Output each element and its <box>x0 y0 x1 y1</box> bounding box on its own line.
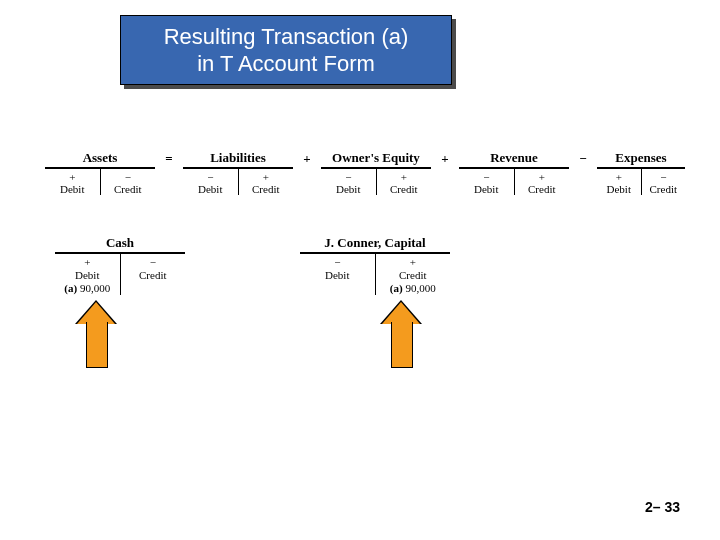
expenses-debit-label: Debit <box>597 183 641 195</box>
capital-minus: − <box>300 256 375 269</box>
liabilities-minus: − <box>183 171 238 183</box>
revenue-heading: Revenue <box>459 150 569 169</box>
plus-sign-2: + <box>438 151 452 167</box>
assets-t-account: Assets + Debit − Credit <box>45 150 155 195</box>
title-line-1: Resulting Transaction (a) <box>121 23 451 51</box>
capital-plus: + <box>376 256 451 269</box>
assets-debit-label: Debit <box>45 183 100 195</box>
slide-title: Resulting Transaction (a) in T Account F… <box>120 15 452 85</box>
assets-credit-label: Credit <box>101 183 156 195</box>
revenue-plus: + <box>515 171 570 183</box>
cash-account: Cash + Debit (a) 90,000 − Credit <box>55 235 185 295</box>
liabilities-t-account: Liabilities − Debit + Credit <box>183 150 293 195</box>
plus-sign-1: + <box>300 151 314 167</box>
arrow-up-icon <box>380 300 422 370</box>
cash-entry: (a) 90,000 <box>55 281 120 295</box>
capital-account: J. Conner, Capital − Debit + Credit (a) … <box>300 235 450 295</box>
capital-debit-label: Debit <box>300 269 375 282</box>
cash-credit-label: Credit <box>121 269 186 282</box>
oe-debit-label: Debit <box>321 183 376 195</box>
liabilities-plus: + <box>239 171 294 183</box>
expenses-t-account: Expenses + Debit − Credit <box>597 150 685 195</box>
arrow-up-icon <box>75 300 117 370</box>
capital-entry: (a) 90,000 <box>376 281 451 295</box>
owners-equity-t-account: Owner's Equity − Debit + Credit <box>321 150 431 195</box>
expenses-credit-label: Credit <box>642 183 686 195</box>
expenses-heading: Expenses <box>597 150 685 169</box>
capital-entry-value: 90,000 <box>405 282 435 294</box>
revenue-minus: − <box>459 171 514 183</box>
liabilities-credit-label: Credit <box>239 183 294 195</box>
expenses-minus: − <box>642 171 686 183</box>
revenue-debit-label: Debit <box>459 183 514 195</box>
cash-minus: − <box>121 256 186 269</box>
capital-credit-label: Credit <box>376 269 451 282</box>
oe-credit-label: Credit <box>377 183 432 195</box>
liabilities-debit-label: Debit <box>183 183 238 195</box>
cash-plus: + <box>55 256 120 269</box>
cash-debit-label: Debit <box>55 269 120 282</box>
cash-entry-label: (a) <box>64 282 77 294</box>
revenue-t-account: Revenue − Debit + Credit <box>459 150 569 195</box>
liabilities-heading: Liabilities <box>183 150 293 169</box>
cash-entry-value: 90,000 <box>80 282 110 294</box>
revenue-credit-label: Credit <box>515 183 570 195</box>
cash-heading: Cash <box>55 235 185 254</box>
page-number: 2– 33 <box>645 499 680 515</box>
oe-plus: + <box>377 171 432 183</box>
assets-plus: + <box>45 171 100 183</box>
owners-equity-heading: Owner's Equity <box>321 150 431 169</box>
assets-minus: − <box>101 171 156 183</box>
equals-sign: = <box>162 151 176 167</box>
oe-minus: − <box>321 171 376 183</box>
assets-heading: Assets <box>45 150 155 169</box>
title-line-2: in T Account Form <box>121 50 451 78</box>
accounting-equation-row: Assets + Debit − Credit = Liabilities − … <box>45 150 685 240</box>
minus-sign: − <box>576 151 590 167</box>
capital-heading: J. Conner, Capital <box>300 235 450 254</box>
expenses-plus: + <box>597 171 641 183</box>
capital-entry-label: (a) <box>390 282 403 294</box>
